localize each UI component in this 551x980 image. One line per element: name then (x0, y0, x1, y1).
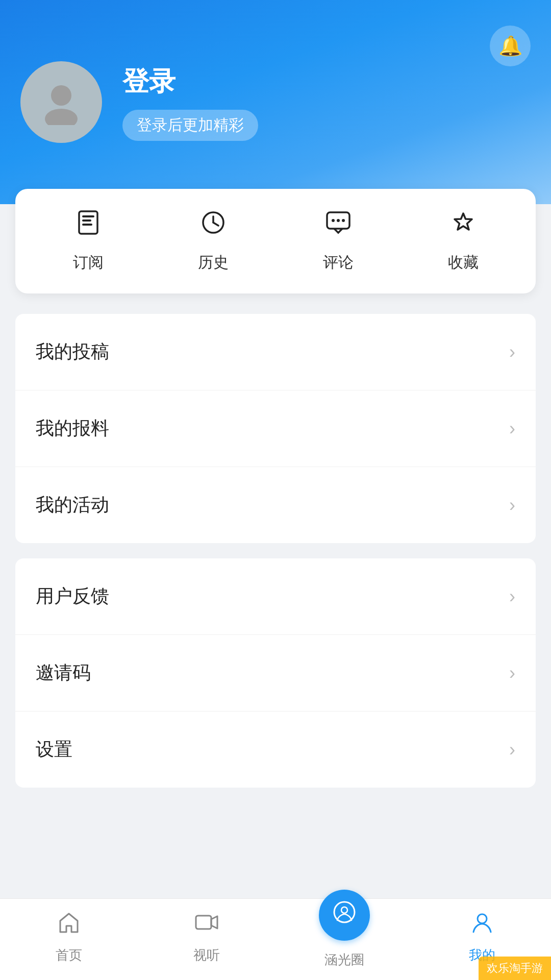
svg-point-1 (45, 109, 78, 125)
menu-item-my-submissions[interactable]: 我的投稿 › (15, 314, 536, 390)
circle-icon (331, 899, 358, 932)
svg-rect-5 (82, 224, 92, 226)
svg-rect-13 (196, 916, 211, 929)
watermark: 欢乐淘手游 (479, 957, 551, 980)
svg-point-11 (337, 219, 340, 222)
video-icon (194, 910, 219, 941)
menu-section-1: 我的投稿 › 我的报料 › 我的活动 › (15, 314, 536, 543)
profile-info: 登录 登录后更加精彩 (122, 64, 258, 141)
svg-point-12 (342, 219, 345, 222)
nav-item-mine[interactable]: 我的 (413, 910, 551, 964)
video-nav-label: 视听 (193, 946, 220, 964)
nav-item-home[interactable]: 首页 (0, 910, 138, 964)
svg-line-8 (213, 223, 218, 226)
arrow-icon-settings: › (509, 739, 515, 761)
avatar[interactable] (20, 61, 102, 143)
menu-item-feedback[interactable]: 用户反馈 › (15, 558, 536, 635)
svg-rect-3 (82, 215, 94, 217)
subscribe-icon (75, 209, 102, 242)
quick-actions-card: 订阅 历史 评论 (15, 189, 536, 293)
home-icon (56, 910, 82, 941)
menu-item-my-tips[interactable]: 我的报料 › (15, 390, 536, 467)
favorites-icon (450, 209, 477, 242)
circle-nav-label: 涵光圈 (324, 951, 364, 969)
svg-point-16 (478, 914, 487, 923)
home-nav-label: 首页 (56, 946, 82, 964)
circle-nav-circle (319, 890, 370, 941)
arrow-icon-activities: › (509, 495, 515, 516)
invite-code-label: 邀请码 (36, 660, 91, 685)
arrow-icon-tips: › (509, 418, 515, 439)
login-subtitle-badge[interactable]: 登录后更加精彩 (122, 110, 258, 141)
quick-action-favorites[interactable]: 收藏 (400, 209, 525, 273)
my-tips-label: 我的报料 (36, 416, 109, 441)
favorites-label: 收藏 (448, 252, 479, 273)
mine-icon (469, 910, 495, 941)
header-bg: 🔔 登录 登录后更加精彩 (0, 0, 551, 204)
history-icon (200, 209, 227, 242)
my-submissions-label: 我的投稿 (36, 339, 109, 364)
arrow-icon-submissions: › (509, 341, 515, 363)
my-activities-label: 我的活动 (36, 493, 109, 518)
notification-button[interactable]: 🔔 (490, 26, 531, 66)
history-label: 历史 (198, 252, 229, 273)
menu-item-invite-code[interactable]: 邀请码 › (15, 635, 536, 712)
quick-action-comments[interactable]: 评论 (276, 209, 400, 273)
feedback-label: 用户反馈 (36, 584, 109, 609)
menu-item-my-activities[interactable]: 我的活动 › (15, 467, 536, 543)
comments-icon (325, 209, 352, 242)
svg-rect-4 (82, 219, 91, 222)
bottom-nav: 首页 视听 涵光圈 (0, 898, 551, 980)
svg-point-10 (332, 219, 335, 222)
profile-row: 登录 登录后更加精彩 (20, 61, 531, 143)
login-title[interactable]: 登录 (122, 64, 258, 100)
menu-section-2: 用户反馈 › 邀请码 › 设置 › (15, 558, 536, 788)
arrow-icon-feedback: › (509, 586, 515, 607)
arrow-icon-invite: › (509, 663, 515, 684)
menu-item-settings[interactable]: 设置 › (15, 712, 536, 788)
svg-point-15 (341, 907, 347, 913)
settings-label: 设置 (36, 737, 72, 762)
quick-action-history[interactable]: 历史 (151, 209, 276, 273)
svg-point-0 (51, 85, 71, 106)
bell-icon: 🔔 (498, 35, 522, 57)
subscribe-label: 订阅 (73, 252, 104, 273)
nav-item-circle[interactable]: 涵光圈 (276, 905, 413, 969)
quick-action-subscribe[interactable]: 订阅 (26, 209, 151, 273)
nav-item-video[interactable]: 视听 (138, 910, 276, 964)
svg-rect-2 (79, 211, 97, 234)
comments-label: 评论 (323, 252, 354, 273)
